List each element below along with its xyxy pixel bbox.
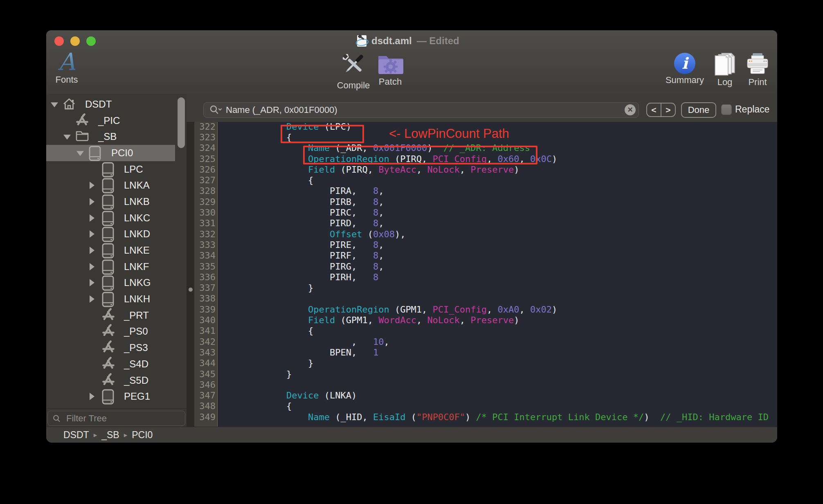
line-number: 323 xyxy=(194,132,216,143)
code-text: PIRE, 8, xyxy=(218,239,384,250)
device-icon xyxy=(88,146,102,160)
disclosure-right-icon[interactable] xyxy=(90,393,94,400)
window-title: dsdt.aml xyxy=(371,35,412,47)
sidebar-item-dsdt[interactable]: DSDT xyxy=(46,96,187,112)
dsdt-tree-sidebar: DSDT_PIC_SBPCI0LPCLNKALNKBLNKCLNKDLNKELN… xyxy=(46,94,187,427)
disclosure-down-icon[interactable] xyxy=(76,151,84,156)
screen: dsdt.aml — Edited A Fonts xyxy=(0,0,823,504)
sidebar-item-lnke[interactable]: LNKE xyxy=(46,242,187,259)
replace-label: Replace xyxy=(735,102,769,116)
replace-checkbox[interactable] xyxy=(721,104,732,115)
line-number: 332 xyxy=(194,229,216,240)
code-line-349: 349 Name (_HID, EisaId ("PNP0C0F") /* PC… xyxy=(187,412,777,423)
code-editor[interactable]: 321322 Device (LPC)323 {324 Name (_ADR, … xyxy=(187,122,777,427)
minimize-traffic-light[interactable] xyxy=(70,36,80,46)
zoom-traffic-light[interactable] xyxy=(86,36,96,46)
sidebar-item-lnkf[interactable]: LNKF xyxy=(46,259,187,275)
line-number: 333 xyxy=(194,239,216,250)
breadcrumb-item-pci0[interactable]: PCI0 xyxy=(132,430,153,441)
breadcrumb: DSDT▸_SB▸PCI0 xyxy=(63,430,153,441)
print-button[interactable]: Print xyxy=(746,52,769,88)
code-text: BPEN, 1 xyxy=(218,347,378,358)
code-text: , 10, xyxy=(218,336,389,347)
log-button[interactable]: Log xyxy=(712,52,738,88)
line-number: 328 xyxy=(194,185,216,196)
method-icon xyxy=(101,340,115,355)
code-line-328: 328 PIRA, 8, xyxy=(187,185,777,196)
disclosure-right-icon[interactable] xyxy=(90,295,94,303)
compile-button[interactable]: Compile xyxy=(338,51,369,91)
tree-item-label: _PS0 xyxy=(124,326,148,337)
printer-icon xyxy=(746,52,769,76)
sidebar-item-_sb[interactable]: _SB xyxy=(46,128,187,145)
sidebar-item-_prt[interactable]: _PRT xyxy=(46,307,187,324)
disclosure-right-icon[interactable] xyxy=(90,230,94,238)
device-icon xyxy=(101,162,115,177)
tree-item-label: LNKG xyxy=(124,277,151,288)
sidebar-item-lnka[interactable]: LNKA xyxy=(46,177,187,194)
tree-item-label: LPC xyxy=(124,164,143,175)
code-line-331: 331 PIRD, 8, xyxy=(187,218,777,229)
tree-item-label: PEG1 xyxy=(124,391,150,402)
code-line-340: 340 Field (GPM1, WordAcc, NoLock, Preser… xyxy=(187,315,777,326)
home-icon xyxy=(62,97,76,112)
code-line-347: 347 Device (LNKA) xyxy=(187,390,777,401)
sidebar-item-lnkc[interactable]: LNKC xyxy=(46,210,187,226)
tree-item-label: DSDT xyxy=(85,99,112,110)
search-field[interactable]: ✕ xyxy=(203,102,639,118)
clear-search-icon[interactable]: ✕ xyxy=(625,104,636,115)
tree-item-label: LNKF xyxy=(124,261,149,272)
find-previous-button[interactable]: < xyxy=(647,104,661,116)
sidebar-scrollbar[interactable] xyxy=(178,97,185,148)
filter-search-icon xyxy=(52,414,62,423)
breadcrumb-item-_sb[interactable]: _SB xyxy=(101,430,119,441)
breadcrumb-item-dsdt[interactable]: DSDT xyxy=(63,430,89,441)
code-line-329: 329 PIRB, 8, xyxy=(187,196,777,207)
fonts-button[interactable]: A Fonts xyxy=(52,50,81,85)
code-text: } xyxy=(218,282,313,293)
line-number: 344 xyxy=(194,358,216,369)
disclosure-down-icon[interactable] xyxy=(63,135,71,140)
sidebar-item-_s4d[interactable]: _S4D xyxy=(46,356,187,372)
disclosure-down-icon[interactable] xyxy=(51,102,58,107)
sidebar-item-lnkg[interactable]: LNKG xyxy=(46,275,187,291)
line-number: 342 xyxy=(194,336,216,347)
code-line-335: 335 PIRG, 8, xyxy=(187,261,777,272)
disclosure-right-icon[interactable] xyxy=(90,198,94,205)
method-icon xyxy=(101,324,115,339)
filter-tree-input[interactable] xyxy=(65,413,185,424)
code-line-346: 346 xyxy=(187,379,777,390)
sidebar-item-lnkb[interactable]: LNKB xyxy=(46,194,187,210)
line-number: 324 xyxy=(194,142,216,153)
disclosure-right-icon[interactable] xyxy=(90,279,94,286)
patch-button[interactable]: Patch xyxy=(377,53,404,87)
pane-splitter[interactable] xyxy=(187,122,194,427)
disclosure-right-icon[interactable] xyxy=(90,263,94,270)
sidebar-item-pci0[interactable]: PCI0 xyxy=(46,145,187,161)
code-line-334: 334 PIRF, 8, xyxy=(187,250,777,261)
sidebar-item-lpc[interactable]: LPC xyxy=(46,161,187,178)
sidebar-item-_pic[interactable]: _PIC xyxy=(46,112,187,129)
code-line-341: 341 { xyxy=(187,325,777,336)
summary-button[interactable]: i Summary xyxy=(666,53,703,86)
line-number: 335 xyxy=(194,261,216,272)
code-line-339: 339 OperationRegion (GPM1, PCI_Config, 0… xyxy=(187,304,777,315)
sidebar-item-peg1[interactable]: PEG1 xyxy=(46,388,187,405)
done-button[interactable]: Done xyxy=(681,102,716,118)
filter-field[interactable] xyxy=(47,411,185,426)
search-icon xyxy=(209,105,223,115)
sidebar-item-_ps0[interactable]: _PS0 xyxy=(46,324,187,340)
find-next-button[interactable]: > xyxy=(661,104,675,116)
sidebar-item-lnkd[interactable]: LNKD xyxy=(46,226,187,243)
sidebar-item-_s5d[interactable]: _S5D xyxy=(46,372,187,389)
summary-label: Summary xyxy=(666,75,704,86)
disclosure-right-icon[interactable] xyxy=(90,247,94,254)
close-traffic-light[interactable] xyxy=(54,36,64,46)
code-text: Offset (0x08), xyxy=(218,229,405,240)
sidebar-item-_ps3[interactable]: _PS3 xyxy=(46,340,187,356)
search-input[interactable] xyxy=(226,105,639,115)
disclosure-right-icon[interactable] xyxy=(90,182,94,189)
splitter-handle-icon[interactable] xyxy=(189,288,193,292)
sidebar-item-lnkh[interactable]: LNKH xyxy=(46,291,187,307)
disclosure-right-icon[interactable] xyxy=(90,214,94,222)
